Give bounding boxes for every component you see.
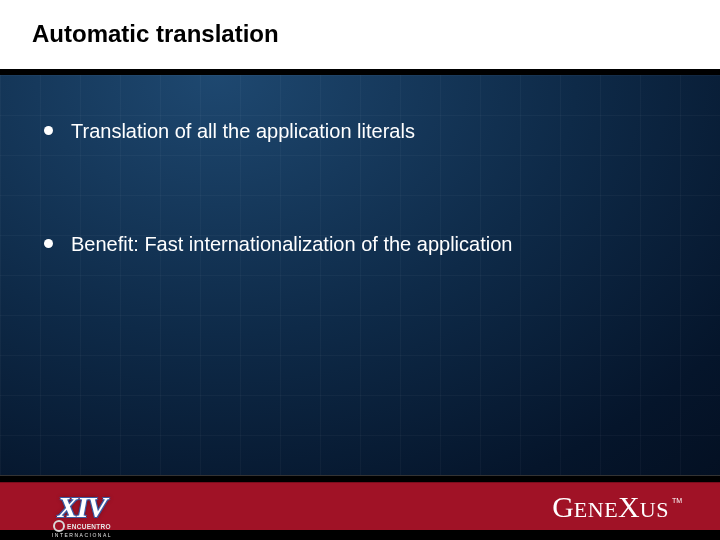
event-badge-line1-text: ENCUENTRO <box>67 523 111 530</box>
bullet-item: Benefit: Fast internationalization of th… <box>44 230 690 258</box>
genexus-logo-g: G <box>552 492 574 522</box>
genexus-logo-ene: ENE <box>574 499 618 521</box>
trademark-icon: TM <box>672 497 682 504</box>
slide-title: Automatic translation <box>32 20 279 48</box>
genexus-logo-us: US <box>640 499 669 521</box>
genexus-logo: G ENE X US TM <box>552 492 682 522</box>
bullet-list: Translation of all the application liter… <box>44 117 690 258</box>
bullet-item: Translation of all the application liter… <box>44 117 690 145</box>
bullet-dot-icon <box>44 239 53 248</box>
event-badge-line2: INTERNACIONAL <box>52 532 112 538</box>
globe-icon <box>53 520 65 532</box>
event-badge-line1: ENCUENTRO <box>53 520 111 532</box>
bullet-text: Benefit: Fast internationalization of th… <box>71 230 512 258</box>
event-badge-roman: XIV <box>58 494 107 520</box>
event-badge-logo: XIV ENCUENTRO INTERNACIONAL <box>36 478 128 538</box>
bullet-dot-icon <box>44 126 53 135</box>
content-area: Translation of all the application liter… <box>0 75 720 475</box>
slide: Automatic translation Translation of all… <box>0 0 720 540</box>
bullet-text: Translation of all the application liter… <box>71 117 415 145</box>
genexus-logo-x: X <box>618 492 640 522</box>
footer: XIV ENCUENTRO INTERNACIONAL G ENE X US T… <box>0 475 720 540</box>
header-band: Automatic translation <box>0 0 720 72</box>
